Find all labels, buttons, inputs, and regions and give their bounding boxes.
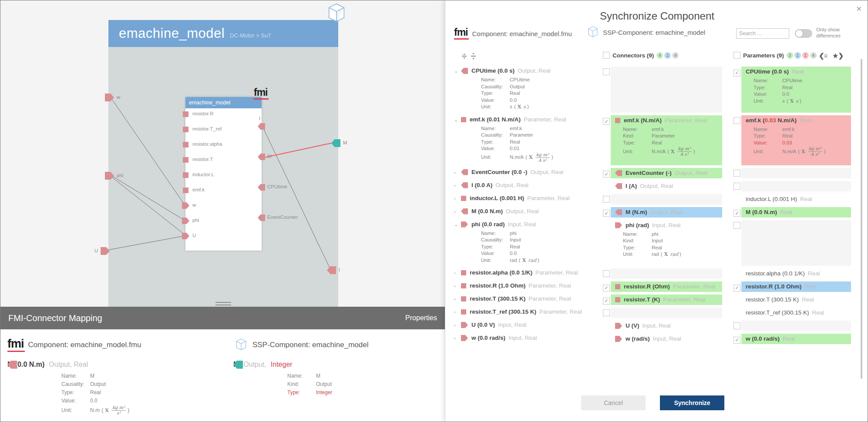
param-cell-U[interactable] [741,321,851,331]
param-cell-emf.k[interactable]: emf.k (0.03 N.m/A)RealName:emf.kType:Rea… [741,115,851,165]
param-cell-I[interactable] [741,181,851,191]
param-checkbox-emf.k[interactable] [733,117,740,124]
scrollbar-thumb[interactable] [861,59,862,379]
param-checkbox-I[interactable] [733,183,740,190]
dialog-ssp-header: SSP-Component: emachine_model [603,29,705,36]
expander-icon[interactable]: › [454,321,461,329]
search-input[interactable] [736,28,789,39]
param-cell-CPUtime[interactable]: CPUtime (0.0 s)RealName:CPUtimeType:Real… [741,67,851,113]
conn-checkbox-resistor.T_ref[interactable] [603,309,610,316]
cancel-button[interactable]: Cancel [581,395,646,410]
conn-checkbox-M[interactable]: ✓ [603,210,610,217]
port-resistor.T_ref[interactable] [183,127,188,132]
param-cell-resistor.R[interactable]: resistor.R (1.0 Ohm)Real [741,281,851,292]
conn-cell-resistor.T_ref[interactable] [611,308,722,318]
conn-cell-EventCounter[interactable]: EventCounter (-)Output, Real [611,168,722,178]
param-checkbox-resistor.R[interactable]: ✓ [733,285,740,291]
param-checkbox-phi[interactable] [733,222,740,229]
conn-cell-emf.k[interactable]: emf.k (N.m/A)Parameter, RealName:emf.kKi… [611,115,722,165]
expander-icon[interactable]: ⌄ [454,115,461,124]
expander-icon[interactable]: › [454,334,461,342]
parameters-select-all-checkbox[interactable] [733,52,740,59]
param-checkbox-CPUtime[interactable]: ✓ [733,70,740,77]
splitter-handle[interactable] [215,302,231,305]
port-resistor.T[interactable] [183,157,188,163]
expander-icon[interactable]: › [454,168,461,177]
collapse-all-icon[interactable]: ▾▴ [471,53,476,59]
fmi-cell-resistor.T_ref[interactable]: ›resistor.T_ref (300.15 K)Parameter, Rea… [454,308,602,318]
fmi-cell-U[interactable]: ›U (0.0 V)Input, Real [454,321,602,331]
param-checkbox-EventCounter[interactable] [733,170,740,177]
param-cell-resistor.alpha[interactable]: resistor.alpha (0.0 1/K)Real [741,268,851,279]
fmi-cell-emf.k[interactable]: ⌄emf.k (0.01 N.m/A)Parameter, RealName:e… [454,115,602,165]
conn-checkbox-resistor.R[interactable]: ✓ [603,285,610,291]
keep-left-values-icon[interactable]: ❮R [819,52,828,60]
properties-label[interactable]: Properties [405,314,437,322]
param-cell-inductor.L[interactable]: inductor.L (0.001 H)Real [741,194,851,204]
conn-checkbox-resistor.alpha[interactable] [603,270,610,277]
param-cell-M[interactable]: M (0.0 N.m)Real [741,207,851,218]
expander-icon[interactable]: › [454,308,461,316]
fmi-cell-EventCounter[interactable]: ›EventCounter (0.0 -)Output, Real [454,168,602,178]
param-cell-resistor.T_ref[interactable]: resistor.T_ref (300.15 K)Real [741,308,851,318]
only-show-differences-toggle[interactable] [795,29,812,38]
fmi-cell-CPUtime[interactable]: ⌄CPUtime (0.0 s)Output, RealName:CPUtime… [454,67,602,113]
port-emf.k[interactable] [183,188,188,193]
expander-icon[interactable]: ⌄ [454,67,461,75]
conn-cell-resistor.alpha[interactable] [611,268,722,279]
conn-checkbox-resistor.T[interactable]: ✓ [603,298,610,305]
param-cell-w[interactable]: w (0.0 rad/s)Real [741,334,851,344]
fmi-cell-w[interactable]: ›w (0.0 rad/s)Input, Real [454,334,602,344]
param-cell-EventCounter[interactable] [741,168,851,178]
expander-icon[interactable]: › [454,281,461,290]
conn-checkbox-emf.k[interactable]: ✓ [603,118,610,125]
fmi-cell-I[interactable]: ›I (0.0 A)Output, Real [454,181,602,191]
connectors-select-all-checkbox[interactable] [603,52,610,59]
conn-cell-M[interactable]: M (N.m)Output, Real [611,207,722,218]
fmi-cell-M[interactable]: ›M (0.0 N.m)Output, Real [454,207,602,218]
param-checkbox-M[interactable]: ✓ [733,210,740,217]
conn-cell-resistor.T[interactable]: resistor.T (K)Parameter, Real [611,295,722,305]
close-icon[interactable]: ✕ [856,5,862,13]
mapping-header-bar: FMI-Connector Mapping Properties [0,307,445,329]
param-cell-resistor.T[interactable]: resistor.T (300.15 K)Real [741,295,851,305]
expander-icon[interactable]: › [454,268,461,277]
row-meta: Output, Real [650,208,683,217]
conn-cell-w[interactable]: w (rad/s)Input, Real [611,334,722,344]
conn-cell-resistor.R[interactable]: resistor.R (Ohm)Parameter, Real [611,281,722,292]
keep-starred-values-icon[interactable]: ★❯ [833,52,844,60]
expander-icon[interactable]: ⌄ [454,220,461,229]
param-checkbox-w[interactable]: ✓ [733,337,740,344]
conn-cell-CPUtime[interactable] [611,67,722,113]
badge-blue: 1 [794,52,801,59]
fmi-cell-resistor.R[interactable]: ›resistor.R (1.0 Ohm)Parameter, Real [454,281,602,292]
conn-checkbox-inductor.L[interactable] [603,196,610,203]
fmi-cell-phi[interactable]: ⌄phi (0.0 rad)Input, RealName:phiCausali… [454,220,602,266]
conn-cell-phi[interactable]: phi (rad)Input, RealName:phiKind:InputTy… [611,220,722,266]
row-meta: Output, Real [495,181,528,190]
expander-icon[interactable]: › [454,207,461,216]
fmi-cell-inductor.L[interactable]: ›inductor.L (0.001 H)Parameter, Real [454,194,602,204]
expander-icon[interactable]: › [454,194,461,203]
system-header[interactable]: emachine_model DC-Motor > SuT [108,20,338,47]
diagram-canvas[interactable]: emachine_model DC-Motor > SuT emachine_m… [0,0,445,307]
expand-all-icon[interactable]: ▴▾ [462,53,467,59]
conn-checkbox-CPUtime[interactable] [603,68,610,75]
fmi-cell-resistor.alpha[interactable]: ›resistor.alpha (0.0 1/K)Parameter, Real [454,268,602,279]
param-cell-phi[interactable] [741,220,851,266]
port-inductor.L[interactable] [183,172,188,178]
conn-cell-U[interactable]: U (V)Input, Real [611,321,722,331]
row-meta: Real [783,335,795,343]
conn-cell-inductor.L[interactable] [611,194,722,204]
fmu-block-title[interactable]: emachine_model [185,97,262,108]
port-resistor.R[interactable] [183,111,188,117]
synchronize-button[interactable]: Synchronize [660,395,724,410]
conn-cell-I[interactable]: I (A)Output, Real [611,181,722,191]
param-checkbox-U[interactable] [733,322,740,329]
conn-checkbox-EventCounter[interactable]: ✓ [603,171,610,178]
port-resistor.alpha[interactable] [183,142,188,147]
expander-icon[interactable]: › [454,295,461,303]
fmi-cell-resistor.T[interactable]: ›resistor.T (300.15 K)Parameter, Real [454,295,602,305]
expander-icon[interactable]: › [454,181,461,190]
row-meta: Parameter, Real [528,281,571,290]
